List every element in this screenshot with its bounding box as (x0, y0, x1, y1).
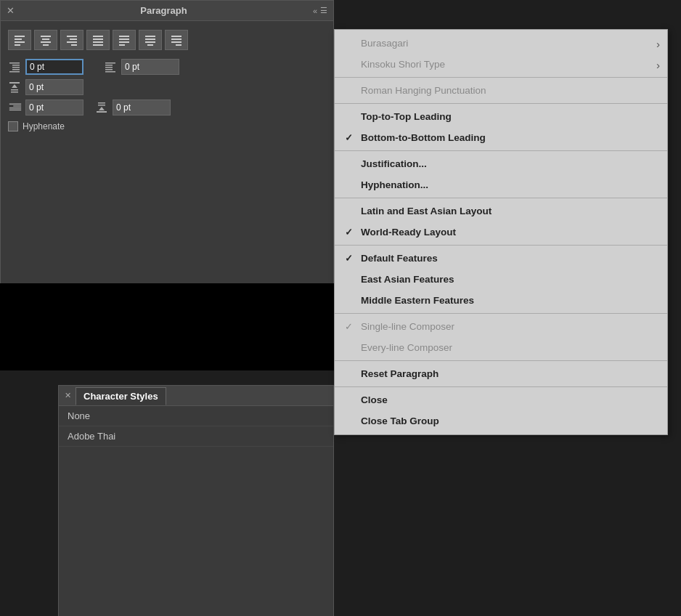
menu-item-east-asian[interactable]: East Asian Features (335, 269, 667, 290)
svg-rect-15 (93, 44, 103, 46)
char-close-icon[interactable]: ✕ (65, 391, 71, 400)
collapse-icon[interactable]: « (313, 7, 316, 15)
hyphenate-checkbox[interactable] (8, 121, 18, 131)
justify-last-right-button[interactable] (165, 30, 188, 50)
menu-item-bottom-to-bottom[interactable]: Bottom-to-Bottom Leading (335, 127, 667, 148)
svg-rect-5 (42, 38, 49, 40)
hyphenate-row: Hyphenate (8, 121, 326, 131)
align-center-button[interactable] (34, 30, 57, 50)
separator-3 (335, 150, 667, 151)
svg-rect-43 (13, 105, 21, 106)
svg-rect-38 (9, 82, 20, 84)
svg-rect-6 (41, 41, 51, 43)
svg-rect-49 (97, 111, 107, 113)
menu-item-close-tab-group[interactable]: Close Tab Group (335, 410, 667, 431)
svg-rect-17 (119, 38, 129, 40)
indent-right-input[interactable]: 0 pt (121, 59, 179, 75)
menu-item-every-line[interactable]: Every-line Composer (335, 337, 667, 358)
menu-item-latin-east-asian[interactable]: Latin and East Asian Layout (335, 200, 667, 222)
svg-rect-13 (93, 38, 103, 40)
menu-item-hyphenation[interactable]: Hyphenation... (335, 174, 667, 195)
svg-rect-19 (119, 44, 125, 46)
svg-rect-14 (93, 41, 103, 43)
svg-rect-34 (105, 65, 113, 66)
svg-rect-42 (9, 104, 21, 105)
character-styles-tab[interactable]: Character Styles (76, 387, 166, 405)
svg-rect-1 (15, 38, 22, 40)
indent-right-row: 0 pt (104, 59, 179, 75)
first-line-indent-input[interactable]: 0 pt (25, 100, 83, 115)
svg-rect-3 (15, 44, 20, 46)
svg-rect-7 (43, 44, 49, 46)
svg-rect-28 (9, 62, 20, 64)
menu-item-world-ready[interactable]: World-Ready Layout (335, 222, 667, 243)
svg-rect-16 (119, 36, 129, 37)
first-line-indent-row: 0 pt (8, 100, 83, 115)
justify-full-button[interactable] (86, 30, 110, 50)
dropdown-menu: Burasagari Kinsoku Shori Type Roman Hang… (334, 29, 668, 435)
space-before-row: 0 pt (8, 79, 83, 95)
menu-item-justification[interactable]: Justification... (335, 153, 667, 174)
svg-rect-21 (145, 38, 155, 40)
svg-rect-4 (41, 36, 51, 37)
indent-left-input[interactable]: 0 pt (25, 59, 83, 75)
svg-rect-27 (176, 44, 182, 46)
svg-marker-39 (12, 84, 17, 88)
separator-4 (335, 198, 667, 198)
justify-last-center-button[interactable] (139, 30, 162, 50)
svg-rect-30 (12, 67, 20, 68)
close-icon[interactable]: ✕ (7, 6, 15, 15)
svg-rect-10 (67, 41, 77, 43)
align-left-button[interactable] (8, 30, 31, 50)
first-line-indent-icon (8, 101, 23, 114)
svg-rect-11 (71, 44, 77, 46)
space-before-input[interactable]: 0 pt (25, 79, 83, 95)
svg-rect-20 (145, 36, 155, 37)
character-styles-panel: ✕ Character Styles None Adobe Thai (58, 385, 334, 616)
justify-last-left-button[interactable] (113, 30, 136, 50)
svg-rect-32 (9, 71, 20, 73)
paragraph-panel-content: 0 pt 0 pt (1, 21, 333, 140)
svg-rect-0 (15, 36, 25, 37)
separator-2 (335, 103, 667, 104)
svg-rect-44 (9, 108, 21, 108)
separator-7 (335, 360, 667, 361)
svg-rect-25 (171, 38, 182, 40)
paragraph-panel-title: Paragraph (140, 5, 187, 16)
svg-rect-12 (93, 36, 103, 37)
panel-menu-icon[interactable]: ☰ (320, 6, 327, 15)
svg-rect-41 (11, 92, 18, 93)
svg-rect-22 (145, 41, 155, 43)
svg-rect-29 (12, 65, 20, 66)
indent-left-icon (8, 60, 23, 73)
style-item-none[interactable]: None (59, 406, 333, 426)
svg-rect-8 (67, 36, 77, 37)
separator-8 (335, 386, 667, 387)
svg-rect-23 (147, 44, 153, 46)
svg-rect-24 (171, 36, 182, 37)
svg-rect-9 (70, 38, 77, 40)
space-after-input[interactable]: 0 pt (113, 100, 171, 115)
svg-rect-18 (119, 41, 129, 43)
svg-rect-45 (9, 110, 21, 110)
menu-item-middle-eastern[interactable]: Middle Eastern Features (335, 290, 667, 311)
char-panel-titlebar: ✕ Character Styles (59, 386, 333, 406)
space-after-icon (95, 101, 110, 114)
menu-item-roman-hanging[interactable]: Roman Hanging Punctuation (335, 80, 667, 101)
menu-item-default-features[interactable]: Default Features (335, 248, 667, 269)
separator-5 (335, 245, 667, 246)
hyphenate-label: Hyphenate (23, 121, 65, 131)
align-right-button[interactable] (60, 30, 83, 50)
style-item-adobe-thai[interactable]: Adobe Thai (59, 426, 333, 447)
menu-item-burasagari[interactable]: Burasagari (335, 33, 667, 54)
separator-6 (335, 313, 667, 314)
menu-item-single-line[interactable]: Single-line Composer (335, 316, 667, 337)
menu-item-close[interactable]: Close (335, 389, 667, 410)
menu-item-kinsoku[interactable]: Kinsoku Shori Type (335, 54, 667, 75)
menu-item-top-to-top[interactable]: Top-to-Top Leading (335, 106, 667, 127)
svg-rect-40 (11, 89, 18, 91)
menu-item-reset-paragraph[interactable]: Reset Paragraph (335, 363, 667, 384)
svg-rect-36 (105, 69, 113, 70)
titlebar-icons: « ☰ (313, 6, 327, 15)
space-after-row: 0 pt (95, 100, 171, 115)
